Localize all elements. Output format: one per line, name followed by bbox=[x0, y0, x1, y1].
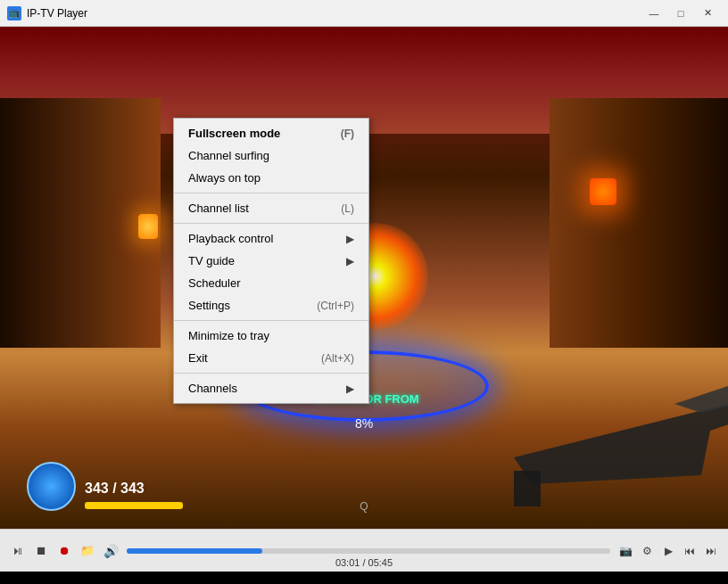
menu-shortcut-fullscreen: (F) bbox=[341, 127, 354, 140]
player-avatar bbox=[27, 462, 76, 511]
menu-item-channel-list[interactable]: Channel list (L) bbox=[174, 197, 368, 219]
menu-label-channel-list: Channel list bbox=[188, 202, 249, 215]
menu-separator-1 bbox=[174, 193, 368, 193]
wall-left bbox=[0, 98, 161, 348]
titlebar: 📺 IP-TV Player — □ ✕ bbox=[0, 0, 728, 27]
menu-arrow-tv-guide: ▶ bbox=[346, 255, 354, 267]
menu-item-fullscreen[interactable]: Fullscreen mode (F) bbox=[174, 122, 368, 144]
next-button[interactable]: ⏭ bbox=[701, 541, 721, 561]
time-display: 03:01 / 05:45 bbox=[335, 557, 393, 568]
menu-shortcut-exit: (Alt+X) bbox=[321, 352, 354, 365]
menu-item-minimize-tray[interactable]: Minimize to tray bbox=[174, 325, 368, 347]
menu-label-exit: Exit bbox=[188, 351, 208, 365]
menu-label-scheduler: Scheduler bbox=[188, 276, 241, 290]
titlebar-controls: — □ ✕ bbox=[641, 4, 721, 22]
menu-label-always-on-top: Always on top bbox=[188, 171, 261, 185]
menu-label-playback-control: Playback control bbox=[188, 232, 273, 245]
settings-button[interactable]: ⚙ bbox=[637, 541, 657, 561]
prev-button[interactable]: ⏮ bbox=[680, 541, 699, 561]
menu-label-minimize-tray: Minimize to tray bbox=[188, 329, 269, 342]
toolbar-right: 📷 ⚙ ▶ ⏮ ⏭ bbox=[616, 541, 721, 561]
svg-rect-2 bbox=[514, 471, 541, 506]
menu-separator-2 bbox=[174, 223, 368, 224]
menu-label-channel-surfing: Channel surfing bbox=[188, 149, 269, 162]
menu-arrow-playback: ▶ bbox=[346, 233, 354, 245]
app-icon: 📺 bbox=[7, 6, 21, 21]
ability-q: Q bbox=[360, 500, 368, 513]
menu-item-settings[interactable]: Settings (Ctrl+P) bbox=[174, 294, 368, 317]
menu-separator-4 bbox=[174, 373, 368, 374]
volume-button[interactable]: 🔊 bbox=[100, 540, 121, 562]
titlebar-title: IP-TV Player bbox=[27, 7, 87, 20]
menu-label-fullscreen: Fullscreen mode bbox=[188, 127, 280, 140]
toolbar: ⏯ ⏹ ⏺ 📁 🔊 📷 ⚙ ▶ ⏮ ⏭ 03:01 / 05:45 bbox=[0, 529, 728, 572]
weapon-display bbox=[460, 333, 728, 529]
menu-separator-3 bbox=[174, 320, 368, 321]
minimize-button[interactable]: — bbox=[641, 4, 667, 22]
context-menu: Fullscreen mode (F) Channel surfing Alwa… bbox=[173, 118, 369, 404]
menu-item-scheduler[interactable]: Scheduler bbox=[174, 272, 368, 294]
snapshot-button[interactable]: 📷 bbox=[616, 541, 635, 561]
lantern-right bbox=[590, 178, 616, 205]
lantern-left bbox=[138, 214, 158, 239]
menu-arrow-channels: ▶ bbox=[346, 382, 354, 395]
wall-right bbox=[550, 98, 728, 348]
progress-bar-fill bbox=[127, 548, 262, 554]
menu-item-channels[interactable]: Channels ▶ bbox=[174, 377, 368, 399]
menu-item-always-on-top[interactable]: Always on top bbox=[174, 167, 368, 189]
health-bar bbox=[85, 502, 183, 509]
menu-shortcut-settings: (Ctrl+P) bbox=[317, 300, 354, 312]
menu-label-settings: Settings bbox=[188, 299, 230, 312]
menu-item-channel-surfing[interactable]: Channel surfing bbox=[174, 144, 368, 167]
menu-label-tv-guide: TV guide bbox=[188, 254, 235, 267]
svg-marker-0 bbox=[514, 404, 728, 484]
play-pause-button[interactable]: ⏯ bbox=[7, 540, 29, 562]
titlebar-left: 📺 IP-TV Player bbox=[7, 6, 87, 21]
play-button-right[interactable]: ▶ bbox=[658, 541, 678, 561]
video-area: 343 / 343 +100 ARMOR FROM 8% Q Fullscree… bbox=[0, 27, 728, 529]
open-button[interactable]: 📁 bbox=[77, 540, 98, 562]
menu-item-playback-control[interactable]: Playback control ▶ bbox=[174, 227, 368, 250]
objective-percent: 8% bbox=[355, 416, 373, 431]
stop-button[interactable]: ⏹ bbox=[30, 540, 52, 562]
menu-shortcut-channel-list: (L) bbox=[341, 202, 354, 215]
health-display: 343 / 343 bbox=[85, 481, 145, 497]
menu-item-tv-guide[interactable]: TV guide ▶ bbox=[174, 250, 368, 272]
progress-bar-container[interactable] bbox=[127, 548, 610, 554]
menu-label-channels: Channels bbox=[188, 382, 237, 395]
menu-item-exit[interactable]: Exit (Alt+X) bbox=[174, 347, 368, 369]
maximize-button[interactable]: □ bbox=[667, 4, 694, 22]
close-button[interactable]: ✕ bbox=[694, 4, 721, 22]
record-button[interactable]: ⏺ bbox=[54, 540, 75, 562]
